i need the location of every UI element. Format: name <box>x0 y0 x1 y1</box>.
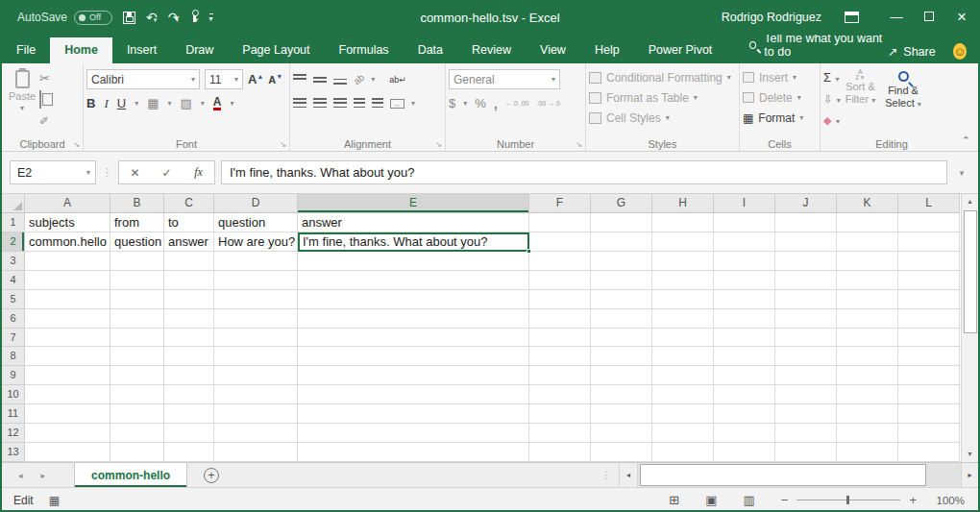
cell-A6[interactable] <box>25 309 110 329</box>
cell-C9[interactable] <box>164 366 214 385</box>
paste-button[interactable]: Paste ▾ <box>5 67 39 127</box>
cell-I9[interactable] <box>714 366 775 385</box>
copy-button[interactable] <box>39 91 50 109</box>
row-header-13[interactable]: 13 <box>2 443 25 462</box>
cell-K9[interactable] <box>837 366 898 385</box>
cell-K4[interactable] <box>837 271 898 290</box>
cell-E3[interactable] <box>298 252 529 271</box>
cell-styles-button[interactable]: Cell Styles▾ <box>589 108 736 128</box>
share-button[interactable]: ↗ Share <box>888 44 936 63</box>
cell-H13[interactable] <box>652 443 714 462</box>
cell-C8[interactable] <box>164 347 214 366</box>
cell-B12[interactable] <box>110 424 164 443</box>
zoom-slider-thumb[interactable] <box>846 496 849 504</box>
tab-help[interactable]: Help <box>580 37 634 63</box>
cell-L13[interactable] <box>898 443 960 462</box>
autosum-button[interactable]: Σ ▾ <box>823 68 841 85</box>
cell-G1[interactable] <box>591 213 652 232</box>
cell-K3[interactable] <box>837 252 898 271</box>
cell-D6[interactable] <box>214 309 298 329</box>
cell-A9[interactable] <box>25 366 110 385</box>
cell-I1[interactable] <box>714 213 775 232</box>
cell-D1[interactable]: question <box>214 213 298 232</box>
cell-H5[interactable] <box>652 290 714 309</box>
cell-B3[interactable] <box>110 252 164 271</box>
cell-C6[interactable] <box>164 309 214 329</box>
wrap-text-button[interactable]: ab↵ <box>389 75 406 85</box>
column-header-H[interactable]: H <box>652 194 714 213</box>
currency-button[interactable]: $ <box>449 96 455 110</box>
decrease-decimal-button[interactable]: .00 →.0 <box>537 100 561 107</box>
insert-cells-button[interactable]: Insert▾ <box>743 67 817 87</box>
align-middle-button[interactable] <box>313 74 327 85</box>
feedback-smiley-icon[interactable]: ☺ <box>953 43 967 60</box>
insert-function-icon[interactable]: fx <box>183 165 214 180</box>
save-icon[interactable] <box>123 12 135 24</box>
cell-L7[interactable] <box>898 329 960 348</box>
row-header-7[interactable]: 7 <box>2 329 25 348</box>
cell-D4[interactable] <box>214 271 298 290</box>
previous-sheet-icon[interactable]: ◂ <box>18 471 23 480</box>
select-all-button[interactable] <box>2 194 25 213</box>
redo-button[interactable]: ↷ ▾ <box>168 9 180 26</box>
cell-J11[interactable] <box>775 404 837 424</box>
touch-mode-button[interactable]: ▾ <box>190 9 199 26</box>
cell-E11[interactable] <box>298 404 529 424</box>
collapse-ribbon-icon[interactable]: ⌃ <box>962 134 970 147</box>
row-header-11[interactable]: 11 <box>2 404 25 424</box>
cell-K5[interactable] <box>837 290 898 309</box>
cell-I2[interactable] <box>714 232 775 252</box>
cell-A13[interactable] <box>25 443 110 462</box>
cell-E2[interactable]: I'm fine, thanks. What about you? <box>298 232 529 252</box>
cell-D10[interactable] <box>214 385 298 404</box>
cell-L10[interactable] <box>898 385 960 404</box>
zoom-out-icon[interactable]: − <box>781 493 789 507</box>
column-header-C[interactable]: C <box>164 194 214 213</box>
user-name[interactable]: Rodrigo Rodriguez <box>722 11 821 24</box>
scroll-left-icon[interactable]: ◂ <box>619 463 638 487</box>
cell-H7[interactable] <box>652 329 714 348</box>
cell-L9[interactable] <box>898 366 960 385</box>
cell-B13[interactable] <box>110 443 164 462</box>
cell-G9[interactable] <box>591 366 652 385</box>
cell-F1[interactable] <box>529 213 591 232</box>
next-sheet-icon[interactable]: ▸ <box>41 471 46 480</box>
fill-button[interactable]: ⇩ ▾ <box>823 89 841 107</box>
horizontal-scrollbar[interactable]: ◂ ▸ <box>619 463 978 487</box>
conditional-formatting-button[interactable]: Conditional Formatting▾ <box>589 67 736 87</box>
minimize-button[interactable]: — <box>880 0 913 35</box>
zoom-level[interactable]: 100% <box>926 495 965 506</box>
cell-A12[interactable] <box>25 424 110 443</box>
cell-C12[interactable] <box>164 424 214 443</box>
cell-D7[interactable] <box>214 329 298 348</box>
fill-handle[interactable] <box>527 249 531 254</box>
sort-filter-button[interactable]: AZ▼ Sort & Filter ▾ <box>841 67 881 128</box>
cell-I5[interactable] <box>714 290 775 309</box>
cell-H9[interactable] <box>652 366 714 385</box>
column-header-A[interactable]: A <box>25 194 110 213</box>
tab-power-pivot[interactable]: Power Pivot <box>634 37 727 63</box>
cell-B10[interactable] <box>110 385 164 404</box>
row-header-4[interactable]: 4 <box>2 271 25 290</box>
cell-J8[interactable] <box>775 347 837 366</box>
chevron-down-icon[interactable]: ▾ <box>201 99 205 108</box>
cancel-icon[interactable]: ✕ <box>119 166 151 180</box>
cell-B2[interactable]: question <box>110 232 164 252</box>
cell-F7[interactable] <box>529 329 591 348</box>
row-header-3[interactable]: 3 <box>2 252 25 271</box>
cell-K7[interactable] <box>837 329 898 348</box>
cell-A10[interactable] <box>25 385 110 404</box>
cell-I10[interactable] <box>714 385 775 404</box>
align-right-button[interactable] <box>333 98 347 109</box>
cell-F10[interactable] <box>529 385 591 404</box>
close-button[interactable]: × <box>945 0 978 35</box>
cell-G13[interactable] <box>591 443 652 462</box>
tab-insert[interactable]: Insert <box>112 37 171 63</box>
cell-J7[interactable] <box>775 329 837 348</box>
cell-C7[interactable] <box>164 329 214 348</box>
column-header-J[interactable]: J <box>775 194 837 213</box>
tab-scroll-splitter[interactable]: ⋮ <box>601 470 611 480</box>
cell-A8[interactable] <box>25 347 110 366</box>
tell-me-search[interactable]: Tell me what you want to do <box>749 32 888 63</box>
cell-B9[interactable] <box>110 366 164 385</box>
